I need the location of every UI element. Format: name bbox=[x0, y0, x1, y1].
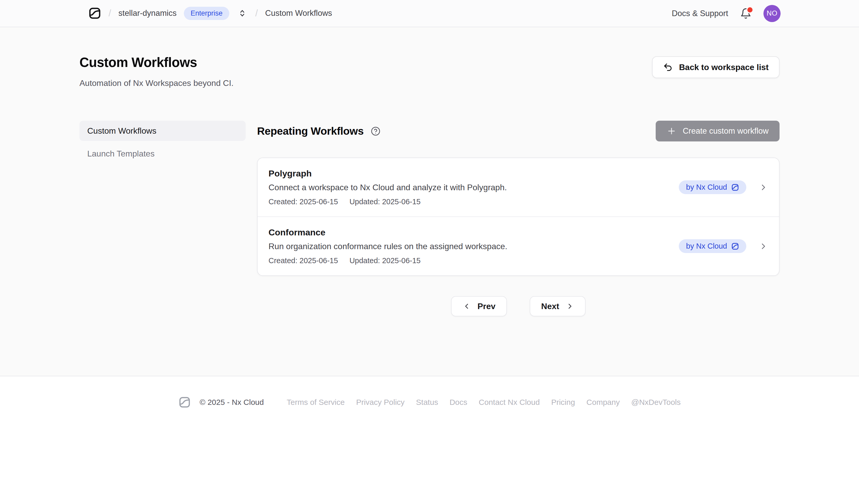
breadcrumb-separator: / bbox=[108, 8, 111, 19]
workflow-description: Run organization conformance rules on th… bbox=[269, 242, 679, 251]
page-header: Custom Workflows Automation of Nx Worksp… bbox=[79, 27, 780, 88]
back-to-workspace-list-button[interactable]: Back to workspace list bbox=[652, 56, 780, 78]
undo-arrow-icon bbox=[663, 62, 673, 72]
section-title: Repeating Workflows bbox=[257, 125, 364, 137]
footer-links: Terms of Service Privacy Policy Status D… bbox=[287, 398, 681, 407]
workflow-created: Created: 2025-06-15 bbox=[269, 256, 338, 265]
sidebar-item-label: Launch Templates bbox=[87, 149, 154, 158]
footer-link-nxdevtools[interactable]: @NxDevTools bbox=[631, 398, 681, 407]
workflow-name: Conformance bbox=[269, 227, 679, 238]
next-label: Next bbox=[541, 302, 559, 311]
pagination: Prev Next bbox=[257, 296, 780, 316]
chevron-right-icon bbox=[759, 242, 768, 251]
workflow-row-polygraph[interactable]: Polygraph Connect a workspace to Nx Clou… bbox=[258, 158, 779, 216]
next-page-button[interactable]: Next bbox=[530, 296, 586, 316]
footer-link-terms[interactable]: Terms of Service bbox=[287, 398, 345, 407]
footer-link-docs[interactable]: Docs bbox=[450, 398, 467, 407]
breadcrumb-current-page: Custom Workflows bbox=[265, 9, 332, 18]
workspace-switcher-icon[interactable] bbox=[237, 7, 248, 19]
settings-sidebar: Custom Workflows Launch Templates bbox=[79, 121, 246, 316]
page-footer: © 2025 - Nx Cloud Terms of Service Priva… bbox=[0, 376, 859, 409]
user-avatar[interactable]: NO bbox=[764, 5, 781, 22]
workflow-updated: Updated: 2025-06-15 bbox=[349, 256, 421, 265]
sidebar-item-label: Custom Workflows bbox=[87, 126, 156, 136]
create-button-label: Create custom workflow bbox=[683, 126, 769, 136]
nx-logo-icon bbox=[178, 396, 191, 409]
breadcrumb: / stellar-dynamics Enterprise / Custom W… bbox=[88, 7, 332, 20]
workflow-created: Created: 2025-06-15 bbox=[269, 198, 338, 206]
notification-dot bbox=[746, 6, 754, 14]
back-button-label: Back to workspace list bbox=[679, 63, 769, 72]
nx-logo-icon[interactable] bbox=[88, 7, 101, 20]
footer-link-status[interactable]: Status bbox=[416, 398, 438, 407]
docs-support-link[interactable]: Docs & Support bbox=[672, 9, 728, 18]
footer-link-pricing[interactable]: Pricing bbox=[551, 398, 575, 407]
prev-label: Prev bbox=[478, 302, 495, 311]
workflow-name: Polygraph bbox=[269, 168, 679, 179]
page-subtitle: Automation of Nx Workspaces beyond CI. bbox=[79, 78, 233, 88]
top-navigation-bar: / stellar-dynamics Enterprise / Custom W… bbox=[0, 0, 859, 27]
sidebar-item-custom-workflows[interactable]: Custom Workflows bbox=[79, 121, 246, 141]
repeating-workflows-section: Repeating Workflows bbox=[257, 121, 780, 316]
breadcrumb-separator: / bbox=[255, 8, 258, 19]
workflow-row-conformance[interactable]: Conformance Run organization conformance… bbox=[258, 216, 779, 275]
nx-logo-icon bbox=[731, 183, 739, 191]
copyright-text: © 2025 - Nx Cloud bbox=[200, 398, 264, 407]
chevron-right-icon bbox=[566, 302, 574, 310]
by-nx-cloud-badge[interactable]: by Nx Cloud bbox=[679, 239, 746, 253]
main-region: Custom Workflows Automation of Nx Worksp… bbox=[0, 27, 859, 376]
chevron-right-icon bbox=[759, 183, 768, 192]
plus-icon bbox=[667, 126, 676, 136]
notifications-button[interactable] bbox=[740, 8, 752, 19]
workflow-updated: Updated: 2025-06-15 bbox=[349, 198, 421, 206]
chevron-left-icon bbox=[463, 302, 471, 310]
create-custom-workflow-button[interactable]: Create custom workflow bbox=[656, 121, 780, 141]
badge-label: by Nx Cloud bbox=[686, 183, 727, 192]
plan-badge: Enterprise bbox=[184, 7, 229, 20]
footer-link-contact[interactable]: Contact Nx Cloud bbox=[479, 398, 540, 407]
help-icon[interactable] bbox=[371, 126, 380, 136]
footer-link-privacy[interactable]: Privacy Policy bbox=[356, 398, 405, 407]
by-nx-cloud-badge[interactable]: by Nx Cloud bbox=[679, 180, 746, 194]
badge-label: by Nx Cloud bbox=[686, 242, 727, 250]
topbar-actions: Docs & Support NO bbox=[672, 5, 781, 22]
workflows-list-card: Polygraph Connect a workspace to Nx Clou… bbox=[257, 157, 780, 276]
sidebar-item-launch-templates[interactable]: Launch Templates bbox=[79, 143, 246, 164]
nx-logo-icon bbox=[731, 242, 739, 250]
footer-link-company[interactable]: Company bbox=[586, 398, 620, 407]
breadcrumb-workspace[interactable]: stellar-dynamics bbox=[118, 9, 177, 18]
page-title: Custom Workflows bbox=[79, 55, 233, 70]
workflow-description: Connect a workspace to Nx Cloud and anal… bbox=[269, 183, 679, 192]
prev-page-button[interactable]: Prev bbox=[451, 296, 507, 316]
